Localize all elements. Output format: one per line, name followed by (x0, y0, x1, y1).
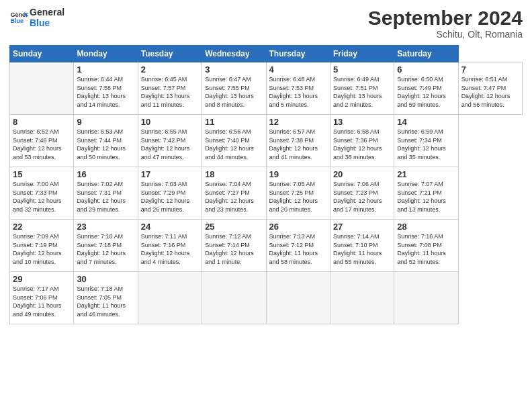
weekday-header-row: SundayMondayTuesdayWednesdayThursdayFrid… (10, 46, 523, 62)
day-info: Sunrise: 7:00 AMSunset: 7:33 PMDaylight:… (13, 180, 71, 214)
day-number: 1 (77, 64, 134, 75)
day-number: 28 (397, 222, 455, 232)
weekday-header-saturday: Saturday (394, 46, 458, 62)
day-info: Sunrise: 7:12 AMSunset: 7:14 PMDaylight:… (205, 232, 263, 266)
day-info: Sunrise: 6:50 AMSunset: 7:49 PMDaylight:… (397, 75, 455, 109)
day-number: 22 (13, 222, 71, 232)
day-number: 9 (77, 117, 134, 127)
day-number: 5 (333, 64, 391, 75)
logo-line1: General (30, 7, 64, 17)
calendar-cell (138, 272, 202, 324)
day-number: 18 (205, 169, 263, 179)
day-info: Sunrise: 6:59 AMSunset: 7:34 PMDaylight:… (397, 128, 455, 161)
weekday-header-monday: Monday (74, 46, 138, 62)
day-number: 3 (205, 64, 263, 75)
day-number: 24 (141, 222, 199, 232)
day-info: Sunrise: 6:48 AMSunset: 7:53 PMDaylight:… (269, 75, 327, 109)
main-container: General Blue General Blue September 2024… (0, 0, 532, 330)
day-number: 14 (397, 117, 455, 127)
calendar-cell: 6Sunrise: 6:50 AMSunset: 7:49 PMDaylight… (394, 62, 458, 115)
month-title: September 2024 (368, 7, 523, 29)
day-info: Sunrise: 7:18 AMSunset: 7:05 PMDaylight:… (77, 285, 134, 318)
day-number: 21 (397, 169, 455, 179)
day-info: Sunrise: 6:52 AMSunset: 7:46 PMDaylight:… (13, 128, 71, 161)
calendar-cell: 19Sunrise: 7:05 AMSunset: 7:25 PMDayligh… (266, 167, 330, 220)
calendar-cell: 10Sunrise: 6:55 AMSunset: 7:42 PMDayligh… (138, 115, 202, 167)
svg-text:Blue: Blue (10, 17, 24, 24)
day-info: Sunrise: 7:04 AMSunset: 7:27 PMDaylight:… (205, 180, 263, 214)
calendar-cell: 21Sunrise: 7:07 AMSunset: 7:21 PMDayligh… (394, 167, 458, 220)
day-number: 8 (13, 117, 71, 127)
week-row-4: 22Sunrise: 7:09 AMSunset: 7:19 PMDayligh… (10, 220, 523, 272)
day-number: 4 (269, 64, 327, 75)
calendar-cell: 30Sunrise: 7:18 AMSunset: 7:05 PMDayligh… (74, 272, 138, 324)
weekday-header-wednesday: Wednesday (202, 46, 266, 62)
day-info: Sunrise: 6:49 AMSunset: 7:51 PMDaylight:… (333, 75, 391, 109)
day-number: 23 (77, 222, 134, 232)
calendar-cell: 18Sunrise: 7:04 AMSunset: 7:27 PMDayligh… (202, 167, 266, 220)
day-info: Sunrise: 6:53 AMSunset: 7:44 PMDaylight:… (77, 128, 134, 161)
day-info: Sunrise: 6:45 AMSunset: 7:57 PMDaylight:… (141, 75, 199, 109)
calendar-cell (330, 272, 394, 324)
day-number: 10 (141, 117, 199, 127)
day-info: Sunrise: 6:55 AMSunset: 7:42 PMDaylight:… (141, 128, 199, 161)
day-info: Sunrise: 7:07 AMSunset: 7:21 PMDaylight:… (397, 180, 455, 214)
day-info: Sunrise: 7:13 AMSunset: 7:12 PMDaylight:… (269, 232, 327, 266)
calendar-cell (266, 272, 330, 324)
week-row-1: 1Sunrise: 6:44 AMSunset: 7:58 PMDaylight… (10, 62, 523, 115)
day-number: 17 (141, 169, 199, 179)
day-number: 6 (397, 64, 455, 75)
calendar-cell: 20Sunrise: 7:06 AMSunset: 7:23 PMDayligh… (330, 167, 394, 220)
day-number: 25 (205, 222, 263, 232)
location: Schitu, Olt, Romania (368, 29, 523, 40)
day-number: 26 (269, 222, 327, 232)
calendar-cell: 11Sunrise: 6:56 AMSunset: 7:40 PMDayligh… (202, 115, 266, 167)
calendar-cell: 3Sunrise: 6:47 AMSunset: 7:55 PMDaylight… (202, 62, 266, 115)
calendar-cell: 14Sunrise: 6:59 AMSunset: 7:34 PMDayligh… (394, 115, 458, 167)
empty-cell (10, 62, 74, 115)
day-info: Sunrise: 6:58 AMSunset: 7:36 PMDaylight:… (333, 128, 391, 161)
week-row-3: 15Sunrise: 7:00 AMSunset: 7:33 PMDayligh… (10, 167, 523, 220)
logo-icon: General Blue (9, 8, 28, 27)
calendar-table: SundayMondayTuesdayWednesdayThursdayFrid… (9, 45, 523, 324)
calendar-cell: 9Sunrise: 6:53 AMSunset: 7:44 PMDaylight… (74, 115, 138, 167)
day-info: Sunrise: 7:17 AMSunset: 7:06 PMDaylight:… (13, 285, 71, 318)
calendar-cell (394, 272, 458, 324)
day-info: Sunrise: 7:16 AMSunset: 7:08 PMDaylight:… (397, 232, 455, 266)
calendar-cell: 5Sunrise: 6:49 AMSunset: 7:51 PMDaylight… (330, 62, 394, 115)
day-number: 2 (141, 64, 199, 75)
day-number: 19 (269, 169, 327, 179)
calendar-cell: 2Sunrise: 6:45 AMSunset: 7:57 PMDaylight… (138, 62, 202, 115)
calendar-cell: 15Sunrise: 7:00 AMSunset: 7:33 PMDayligh… (10, 167, 74, 220)
day-info: Sunrise: 7:09 AMSunset: 7:19 PMDaylight:… (13, 232, 71, 266)
calendar-cell: 13Sunrise: 6:58 AMSunset: 7:36 PMDayligh… (330, 115, 394, 167)
weekday-header-friday: Friday (330, 46, 394, 62)
logo: General Blue General Blue (9, 7, 64, 28)
calendar-cell: 17Sunrise: 7:03 AMSunset: 7:29 PMDayligh… (138, 167, 202, 220)
day-number: 29 (13, 274, 71, 284)
calendar-cell: 7Sunrise: 6:51 AMSunset: 7:47 PMDaylight… (458, 62, 522, 115)
day-number: 16 (77, 169, 134, 179)
calendar-cell: 12Sunrise: 6:57 AMSunset: 7:38 PMDayligh… (266, 115, 330, 167)
day-info: Sunrise: 6:57 AMSunset: 7:38 PMDaylight:… (269, 128, 327, 161)
calendar-cell: 28Sunrise: 7:16 AMSunset: 7:08 PMDayligh… (394, 220, 458, 272)
calendar-cell: 27Sunrise: 7:14 AMSunset: 7:10 PMDayligh… (330, 220, 394, 272)
day-info: Sunrise: 6:44 AMSunset: 7:58 PMDaylight:… (77, 75, 134, 109)
title-block: September 2024 Schitu, Olt, Romania (368, 7, 523, 40)
day-number: 12 (269, 117, 327, 127)
day-number: 27 (333, 222, 391, 232)
weekday-header-sunday: Sunday (10, 46, 74, 62)
calendar-cell: 25Sunrise: 7:12 AMSunset: 7:14 PMDayligh… (202, 220, 266, 272)
day-info: Sunrise: 7:03 AMSunset: 7:29 PMDaylight:… (141, 180, 199, 214)
calendar-cell (202, 272, 266, 324)
week-row-5: 29Sunrise: 7:17 AMSunset: 7:06 PMDayligh… (10, 272, 523, 324)
day-number: 15 (13, 169, 71, 179)
calendar-cell: 23Sunrise: 7:10 AMSunset: 7:18 PMDayligh… (74, 220, 138, 272)
header: General Blue General Blue September 2024… (9, 7, 523, 40)
day-number: 11 (205, 117, 263, 127)
calendar-cell: 22Sunrise: 7:09 AMSunset: 7:19 PMDayligh… (10, 220, 74, 272)
day-info: Sunrise: 7:11 AMSunset: 7:16 PMDaylight:… (141, 232, 199, 266)
calendar-cell: 8Sunrise: 6:52 AMSunset: 7:46 PMDaylight… (10, 115, 74, 167)
day-number: 13 (333, 117, 391, 127)
calendar-cell: 4Sunrise: 6:48 AMSunset: 7:53 PMDaylight… (266, 62, 330, 115)
